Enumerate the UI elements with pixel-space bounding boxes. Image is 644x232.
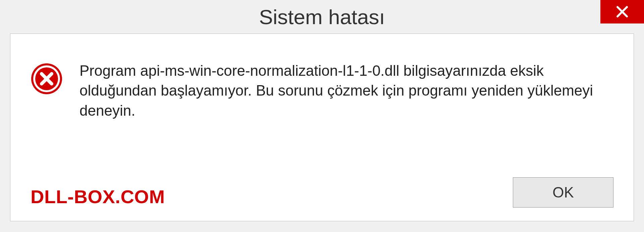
error-message: Program api-ms-win-core-normalization-l1… (79, 61, 609, 120)
content-panel: Program api-ms-win-core-normalization-l1… (10, 34, 634, 221)
close-button[interactable] (600, 0, 644, 23)
message-row: Program api-ms-win-core-normalization-l1… (31, 61, 613, 167)
error-dialog: Sistem hatası Program api-ms-win-core-no… (0, 0, 644, 232)
ok-button[interactable]: OK (513, 177, 613, 208)
close-icon (615, 4, 630, 19)
error-icon (31, 63, 63, 95)
ok-button-label: OK (552, 184, 574, 201)
dialog-title: Sistem hatası (259, 5, 385, 29)
footer-row: DLL-BOX.COM OK (31, 177, 613, 208)
watermark-text: DLL-BOX.COM (31, 186, 165, 208)
titlebar: Sistem hatası (0, 0, 644, 34)
